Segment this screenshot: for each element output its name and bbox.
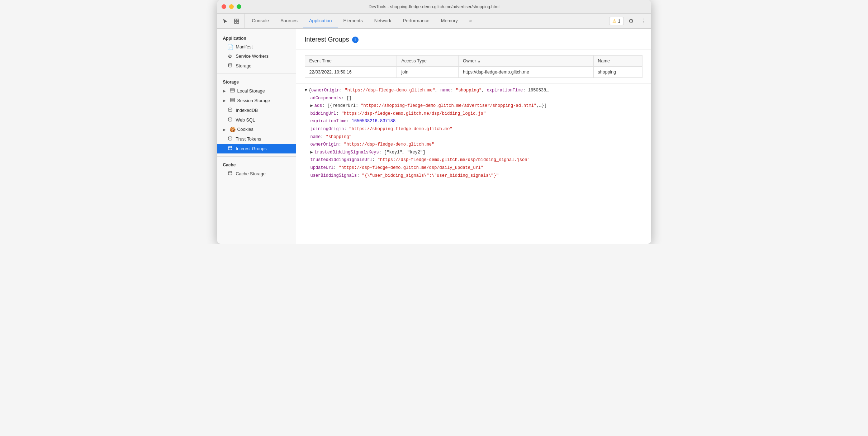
close-button[interactable] [222,4,226,9]
svg-point-11 [228,108,232,109]
svg-point-15 [228,171,232,173]
svg-rect-0 [234,19,236,21]
detail-line-ads: ▶ ads: [{renderUrl: "https://shopping-fl… [305,102,642,110]
cell-name: shopping [593,67,642,78]
detail-line-updateurl: updateUrl: "https://dsp-fledge-demo.glit… [305,164,642,172]
sidebar-item-manifest[interactable]: 📄 Manifest [217,42,296,52]
maximize-button[interactable] [237,4,241,9]
collapse-tbsk-arrow[interactable]: ▶ [310,149,313,157]
window-title: DevTools - shopping-fledge-demo.glitch.m… [369,4,499,9]
svg-rect-5 [230,89,234,92]
sidebar-item-cache-storage[interactable]: Cache Storage [217,169,296,179]
tab-more[interactable]: » [464,14,478,28]
svg-point-13 [228,137,232,138]
sidebar-item-service-workers[interactable]: ⚙ Service Workers [217,52,296,61]
web-sql-icon [227,117,233,123]
col-header-event-time: Event Time [305,56,397,67]
page-title: Interest Groups [305,36,349,43]
col-header-name: Name [593,56,642,67]
tab-application[interactable]: Application [303,14,338,28]
sidebar-item-local-storage[interactable]: ▶ Local Storage [217,86,296,96]
toolbar: Console Sources Application Elements Net… [217,14,651,29]
col-header-access-type: Access Type [397,56,459,67]
tab-memory[interactable]: Memory [435,14,464,28]
warning-icon: ⚠ [612,18,617,24]
detail-line-userbiddingsignals: userBiddingSignals: "{\"user_bidding_sig… [305,172,642,180]
page-header: Interest Groups i [296,29,651,49]
sidebar-divider-2 [217,156,296,157]
svg-point-12 [228,118,232,119]
expand-arrow-session: ▶ [223,99,227,103]
toolbar-icons [220,14,245,28]
sidebar-item-indexeddb[interactable]: IndexedDB [217,105,296,115]
tab-sources[interactable]: Sources [275,14,303,28]
cookies-icon: 🍪 [229,127,235,132]
collapse-root-arrow[interactable]: ▼ [305,87,307,95]
svg-rect-1 [234,22,236,23]
interest-groups-table: Event Time Access Type Owner ▲ Name [305,55,642,78]
sidebar-divider-1 [217,74,296,74]
titlebar: DevTools - shopping-fledge-demo.glitch.m… [217,0,651,14]
expand-arrow-local: ▶ [223,89,227,93]
sidebar-item-web-sql[interactable]: Web SQL [217,115,296,125]
detail-line-joiningorigin: joiningOrigin: "https://shopping-fledge-… [305,125,642,133]
cell-event-time: 22/03/2022, 10:50:16 [305,67,397,78]
detail-line-biddingurl: biddingUrl: "https://dsp-fledge-demo.gli… [305,110,642,118]
info-icon[interactable]: i [352,37,359,43]
inspect-icon[interactable] [232,16,242,26]
tab-console[interactable]: Console [246,14,275,28]
expand-arrow-cookies: ▶ [223,128,227,132]
detail-panel: ▼ {ownerOrigin: "https://dsp-fledge-demo… [296,84,651,183]
more-options-button[interactable]: ⋮ [638,16,648,26]
tab-network[interactable]: Network [369,14,397,28]
settings-button[interactable]: ⚙ [626,16,636,26]
main-layout: Application 📄 Manifest ⚙ Service Workers… [217,29,651,244]
table-row[interactable]: 22/03/2022, 10:50:16 join https://dsp-fl… [305,67,642,78]
devtools-window: DevTools - shopping-fledge-demo.glitch.m… [217,0,651,244]
toolbar-right: ⚠ 1 ⚙ ⋮ [606,14,648,28]
detail-line-ownerorigin: ownerOrigin: "https://dsp-fledge-demo.gl… [305,141,642,149]
detail-line-trustedbiddingsignalsurl: trustedBiddingSignalsUrl: "https://dsp-f… [305,156,642,164]
svg-point-4 [228,63,232,65]
window-controls [222,4,241,9]
svg-rect-3 [237,22,239,23]
detail-line-expirationtime: expirationTime: 1650538216.837188 [305,118,642,125]
cache-storage-icon [227,171,233,177]
local-storage-icon [229,88,235,94]
detail-line-name: name: "shopping" [305,133,642,141]
detail-root-line: ▼ {ownerOrigin: "https://dsp-fledge-demo… [305,87,642,95]
detail-line-adcomponents: adComponents: [] [305,95,642,103]
detail-line-trustedbiddingsignalskeys: ▶ trustedBiddingSignalsKeys: ["key1", "k… [305,149,642,157]
svg-rect-8 [230,98,234,102]
tab-elements[interactable]: Elements [338,14,369,28]
service-workers-icon: ⚙ [227,53,233,59]
tab-bar: Console Sources Application Elements Net… [246,14,606,28]
minimize-button[interactable] [229,4,234,9]
collapse-ads-arrow[interactable]: ▶ [310,102,313,110]
sidebar-section-cache: Cache [217,160,296,169]
sidebar-item-cookies[interactable]: ▶ 🍪 Cookies [217,125,296,134]
sidebar-item-session-storage[interactable]: ▶ Session Storage [217,96,296,105]
sidebar-item-storage-app[interactable]: Storage [217,61,296,71]
tab-performance[interactable]: Performance [397,14,435,28]
indexeddb-icon [227,107,233,113]
sidebar-section-storage: Storage [217,77,296,86]
col-header-owner[interactable]: Owner ▲ [459,56,594,67]
trust-tokens-icon [227,136,233,142]
storage-app-icon [227,63,233,69]
content-panel: Interest Groups i Event Time Access Type… [296,29,651,244]
interest-groups-icon [227,146,233,152]
cell-access-type: join [397,67,459,78]
sidebar: Application 📄 Manifest ⚙ Service Workers… [217,29,296,244]
sidebar-item-interest-groups[interactable]: Interest Groups [217,144,296,153]
session-storage-icon [229,98,235,104]
cursor-icon[interactable] [220,16,230,26]
svg-rect-2 [237,19,239,21]
sidebar-section-application: Application [217,33,296,42]
warning-badge[interactable]: ⚠ 1 [609,17,624,25]
sidebar-item-trust-tokens[interactable]: Trust Tokens [217,134,296,144]
sort-arrow-owner: ▲ [477,59,481,63]
cell-owner: https://dsp-fledge-demo.glitch.me [459,67,594,78]
detail-root-text: {ownerOrigin: "https://dsp-fledge-demo.g… [309,87,549,95]
svg-point-14 [228,146,232,148]
